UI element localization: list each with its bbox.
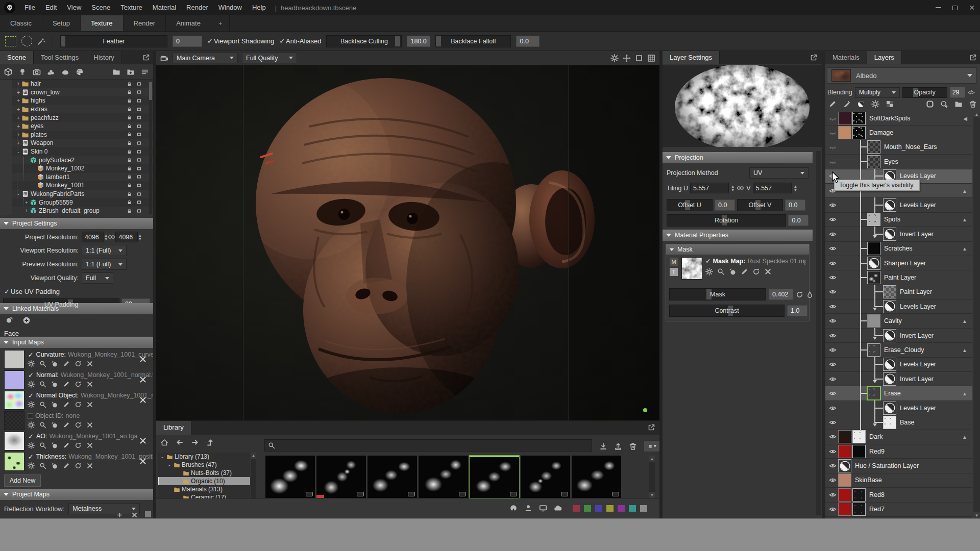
lock-icon[interactable]	[127, 123, 132, 129]
ellipse-select-icon[interactable]	[21, 36, 32, 46]
layer-row[interactable]: Red7	[825, 503, 972, 517]
input-maps-header[interactable]: Input Maps	[0, 337, 153, 348]
scene-tree-row[interactable]: + crown_low	[0, 88, 153, 97]
remove-input-map-icon[interactable]	[139, 457, 147, 465]
input-map-thumbnail[interactable]	[4, 432, 24, 450]
refresh-icon[interactable]	[75, 442, 82, 449]
library-search[interactable]	[264, 439, 592, 452]
clear-icon[interactable]	[86, 360, 93, 367]
clear-icon[interactable]	[86, 401, 93, 408]
backface-culling-slider[interactable]: Backface Culling	[326, 35, 402, 47]
menu-item[interactable]: Scene	[86, 4, 115, 11]
minimize-button[interactable]	[936, 7, 941, 8]
paint-sphere-icon[interactable]	[51, 442, 58, 449]
tiling-stepper[interactable]: ▲▼	[731, 185, 734, 192]
color-swatch[interactable]	[606, 505, 614, 512]
lock-icon[interactable]	[127, 115, 132, 120]
layer-row[interactable]: Paint Layer	[825, 285, 972, 299]
lock-icon[interactable]	[127, 157, 132, 163]
layer-visibility-toggle[interactable]	[829, 273, 837, 281]
paint-sphere-icon[interactable]	[51, 360, 58, 367]
lock-icon[interactable]	[127, 98, 132, 104]
gear-icon[interactable]	[28, 442, 35, 449]
pan-icon[interactable]	[623, 54, 631, 62]
detach-panel-icon[interactable]	[142, 54, 150, 62]
refresh-icon[interactable]	[75, 462, 82, 469]
add-icon[interactable]	[116, 512, 123, 518]
remove-input-map-icon[interactable]	[139, 437, 147, 445]
add-folder-icon[interactable]	[127, 68, 135, 76]
workspace-tab[interactable]: Texture	[81, 15, 124, 31]
resolution-stepper[interactable]: ▲▼	[138, 234, 141, 241]
viewport-3d-canvas[interactable]	[156, 65, 659, 420]
add-new-button[interactable]: Add New	[4, 474, 41, 487]
brush-thumbnail[interactable]	[316, 456, 366, 498]
layer-visibility-toggle[interactable]	[829, 143, 837, 151]
lock-icon[interactable]	[127, 107, 132, 112]
tree-expander[interactable]: +	[15, 106, 21, 112]
layer-visibility-toggle[interactable]	[829, 288, 837, 296]
paint-sphere-icon[interactable]	[51, 381, 58, 388]
scene-tree-row[interactable]: + hair	[0, 80, 153, 88]
scene-tree-row[interactable]: Monkey_1001	[0, 181, 153, 190]
rotation-slider[interactable]: Rotation	[667, 214, 786, 227]
preview-resolution-select[interactable]: 1:1 (Full)	[82, 259, 127, 270]
lock-icon[interactable]	[127, 174, 132, 180]
layer-row[interactable]: Levels Layer	[825, 401, 972, 415]
layer-row[interactable]: Dark	[825, 430, 972, 444]
clear-icon[interactable]	[86, 462, 93, 469]
menu-item[interactable]: Material	[148, 4, 181, 11]
layers-scrollbar[interactable]: ▲▼	[973, 111, 980, 518]
frame-icon[interactable]	[635, 54, 643, 62]
shader-chip-icon[interactable]	[136, 123, 142, 129]
scene-tree-row[interactable]: + Weapon	[0, 139, 153, 147]
droplet-icon[interactable]	[806, 291, 814, 298]
tree-expander[interactable]: -	[161, 454, 166, 460]
paint-sphere-icon[interactable]	[51, 401, 58, 408]
shader-chip-icon[interactable]	[136, 98, 142, 104]
library-folder-row[interactable]: Organic (10)	[158, 477, 250, 485]
add-sphere-icon[interactable]	[940, 100, 948, 108]
scene-tree-row[interactable]: + peachfuzz	[0, 113, 153, 122]
refresh-icon[interactable]	[75, 421, 82, 429]
shader-chip-icon[interactable]	[136, 183, 142, 188]
linked-material-item[interactable]: Face	[4, 330, 19, 337]
brush-thumbnail[interactable]	[521, 456, 570, 498]
scene-tree-row[interactable]: + highs	[0, 96, 153, 105]
reset-icon[interactable]	[796, 291, 803, 298]
feather-value[interactable]: 0	[173, 36, 202, 47]
lock-icon[interactable]	[127, 191, 132, 197]
shader-chip-icon[interactable]	[136, 191, 142, 197]
layer-collapse-arrow[interactable]	[962, 434, 967, 440]
add-mask-icon[interactable]	[886, 100, 894, 108]
scene-tree-row[interactable]: - Skin 0	[0, 147, 153, 156]
palette-icon[interactable]	[76, 68, 84, 76]
layer-visibility-toggle[interactable]	[829, 158, 837, 165]
shader-chip-icon[interactable]	[136, 115, 142, 120]
layer-row[interactable]: SkinBase	[825, 473, 972, 488]
layer-row[interactable]: Damage	[825, 126, 972, 140]
tree-expander[interactable]: -	[168, 462, 174, 468]
lock-icon[interactable]	[127, 81, 132, 87]
input-map-checkbox[interactable]	[28, 413, 33, 419]
color-swatch[interactable]	[584, 505, 591, 512]
layer-row[interactable]: Levels Layer	[825, 299, 972, 314]
tree-expander[interactable]: -	[15, 148, 21, 155]
layer-row[interactable]: Levels Layer	[825, 358, 972, 372]
offset-u-slider[interactable]: Offset U	[667, 199, 713, 211]
layer-visibility-toggle[interactable]	[829, 506, 837, 513]
expression-icon[interactable]: </>	[968, 89, 974, 95]
anti-aliased-checkbox[interactable]: Anti-Aliased	[279, 37, 321, 45]
layer-visibility-toggle[interactable]	[829, 114, 837, 122]
layer-visibility-toggle[interactable]	[829, 361, 837, 368]
tree-expander[interactable]: +	[15, 97, 21, 104]
input-map-checkbox[interactable]	[28, 371, 34, 379]
gear-icon[interactable]	[28, 360, 35, 367]
shader-chip-icon[interactable]	[136, 107, 142, 112]
layer-row[interactable]: Erase_Cloudy	[825, 343, 972, 357]
brush-thumbnail[interactable]	[572, 456, 621, 498]
layer-visibility-toggle[interactable]	[829, 433, 837, 441]
backface-falloff-value[interactable]: 0.0	[516, 36, 540, 47]
layer-row[interactable]: Base	[825, 415, 972, 430]
paint-sphere-icon[interactable]	[51, 462, 58, 469]
